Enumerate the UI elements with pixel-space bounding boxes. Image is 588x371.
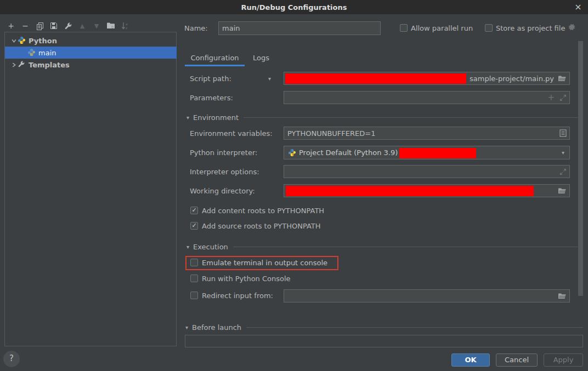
interpreter-options-field[interactable] — [284, 165, 570, 178]
redacted-region — [285, 73, 466, 84]
save-configuration-button[interactable] — [49, 21, 58, 31]
collapse-triangle-icon[interactable]: ▾ — [186, 244, 189, 250]
section-title: Environment — [193, 113, 239, 122]
expand-icon[interactable] — [559, 94, 567, 101]
allow-parallel-run-label[interactable]: Allow parallel run — [411, 24, 473, 32]
chevron-right-icon[interactable] — [11, 62, 18, 68]
working-directory-label: Working directory: — [190, 187, 255, 195]
tab-configuration[interactable]: Configuration — [185, 52, 245, 66]
expand-icon[interactable] — [559, 168, 567, 175]
move-down-button[interactable]: ▼ — [92, 21, 101, 31]
apply-button[interactable]: Apply — [544, 353, 583, 367]
add-source-roots-checkbox[interactable]: ✓ — [190, 222, 198, 230]
section-divider-line — [233, 247, 583, 247]
run-python-console-checkbox[interactable] — [190, 275, 198, 282]
scrollbar[interactable] — [578, 41, 583, 296]
name-input[interactable] — [218, 21, 381, 35]
move-up-button[interactable]: ▲ — [78, 21, 87, 31]
svg-text:a: a — [126, 22, 128, 26]
add-source-roots-label[interactable]: Add source roots to PYTHONPATH — [202, 222, 321, 230]
check-icon: ✓ — [191, 207, 196, 214]
check-icon: ✓ — [191, 222, 196, 229]
run-debug-configurations-dialog: Run/Debug Configurations × + − ▲ ▼ az — [0, 0, 588, 371]
remove-configuration-button[interactable]: − — [21, 21, 30, 31]
save-icon — [50, 22, 58, 30]
folder-icon[interactable] — [558, 187, 567, 195]
wrench-icon — [64, 22, 72, 30]
python-icon — [18, 36, 26, 45]
tree-item-label: Python — [29, 37, 57, 45]
sort-configurations-button[interactable]: az — [121, 21, 129, 31]
env-variables-field[interactable]: PYTHONUNBUFFERED=1 — [284, 127, 570, 140]
copy-icon — [36, 22, 44, 30]
wrench-icon — [18, 60, 26, 69]
plus-icon[interactable]: + — [547, 93, 555, 102]
cancel-button[interactable]: Cancel — [496, 353, 538, 367]
tree-item-label: main — [38, 49, 56, 57]
svg-text:z: z — [126, 26, 127, 30]
redacted-region — [399, 148, 476, 158]
env-variables-label: Environment variables: — [190, 129, 273, 138]
minus-icon: − — [22, 21, 29, 30]
store-as-project-file-checkbox[interactable] — [485, 24, 493, 32]
add-content-roots-checkbox[interactable]: ✓ — [190, 207, 198, 214]
parameters-field[interactable]: + — [284, 91, 570, 104]
tree-item-main-selected[interactable]: main — [5, 47, 177, 59]
redirect-input-label[interactable]: Redirect input from: — [202, 292, 273, 300]
section-title: Execution — [193, 243, 228, 251]
arrow-up-icon: ▲ — [80, 22, 84, 30]
redirect-input-checkbox[interactable] — [190, 292, 198, 299]
add-configuration-button[interactable]: + — [7, 21, 15, 31]
folder-icon[interactable] — [558, 75, 567, 82]
allow-parallel-run-checkbox[interactable] — [400, 24, 408, 32]
name-label: Name: — [184, 24, 208, 32]
working-directory-field[interactable] — [284, 184, 570, 197]
run-python-console-label[interactable]: Run with Python Console — [202, 275, 291, 283]
script-path-field[interactable]: sample-project/main.py — [284, 72, 570, 85]
configurations-toolbar: + − ▲ ▼ az — [7, 21, 129, 31]
store-as-project-file-label[interactable]: Store as project file — [496, 24, 565, 32]
folder-icon[interactable] — [558, 292, 567, 300]
edit-templates-button[interactable] — [64, 21, 72, 31]
new-folder-button[interactable] — [106, 21, 115, 31]
tree-item-label: Templates — [29, 61, 70, 69]
python-icon — [27, 48, 36, 57]
collapse-triangle-icon[interactable]: ▾ — [186, 115, 189, 121]
env-variables-value: PYTHONUNBUFFERED=1 — [287, 129, 375, 138]
python-interpreter-combobox[interactable]: Project Default (Python 3.9) ▾ — [284, 146, 570, 159]
new-folder-icon — [106, 22, 115, 30]
section-divider-line — [246, 327, 583, 328]
environment-section-header[interactable]: ▾ Environment — [186, 113, 583, 122]
redacted-region — [286, 186, 534, 196]
sort-az-icon: az — [121, 22, 129, 30]
copy-configuration-button[interactable] — [35, 21, 44, 31]
tree-item-python-group[interactable]: Python — [5, 35, 176, 47]
before-launch-section-header[interactable]: ▾ Before launch — [185, 323, 583, 332]
gear-icon[interactable] — [568, 23, 576, 33]
browse-variables-icon[interactable] — [559, 129, 567, 137]
dialog-title: Run/Debug Configurations — [241, 3, 347, 12]
interpreter-options-label: Interpreter options: — [190, 168, 259, 176]
tree-item-templates-group[interactable]: Templates — [5, 59, 176, 71]
tab-logs[interactable]: Logs — [250, 52, 273, 66]
execution-section-header[interactable]: ▾ Execution — [186, 242, 583, 251]
python-icon — [288, 149, 296, 158]
add-content-roots-label[interactable]: Add content roots to PYTHONPATH — [202, 207, 324, 215]
script-path-dropdown-icon[interactable]: ▾ — [268, 76, 271, 82]
redirect-input-field[interactable] — [284, 289, 570, 302]
emulate-terminal-checkbox[interactable] — [190, 259, 198, 266]
close-icon[interactable]: × — [573, 2, 584, 13]
script-path-label: Script path: — [190, 75, 231, 83]
collapse-triangle-icon[interactable]: ▾ — [185, 324, 188, 330]
configurations-tree: Python main Templates — [4, 32, 177, 346]
before-launch-task-list[interactable] — [185, 335, 583, 347]
script-path-value: sample-project/main.py — [470, 75, 554, 83]
emulate-terminal-label[interactable]: Emulate terminal in output console — [202, 259, 327, 267]
arrow-down-icon: ▼ — [94, 22, 99, 30]
chevron-down-icon[interactable] — [11, 38, 18, 44]
help-button[interactable]: ? — [3, 351, 20, 367]
chevron-down-icon[interactable]: ▾ — [562, 150, 564, 156]
ok-button[interactable]: OK — [451, 353, 490, 367]
title-bar: Run/Debug Configurations × — [0, 0, 588, 14]
section-title: Before launch — [192, 323, 241, 332]
